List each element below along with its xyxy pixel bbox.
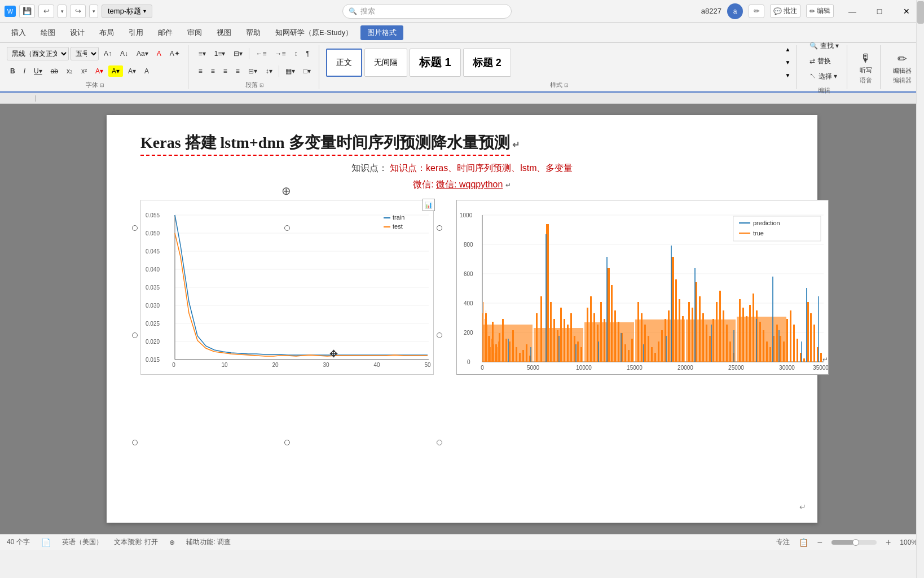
svg-rect-176 [575,344,577,362]
dictation-button[interactable]: 🎙 听写 [856,50,875,73]
doc-title[interactable]: temp-标题 ▾ [102,5,152,18]
menu-zhiwang[interactable]: 知网研学（原E-Study） [269,25,359,40]
border-button[interactable]: □▾ [300,65,314,77]
numbering-button[interactable]: 1≡▾ [211,48,229,59]
menu-references[interactable]: 引用 [122,25,150,40]
minimize-button[interactable]: — [839,2,865,20]
change-case-button[interactable]: Aa▾ [133,48,152,59]
menu-layout[interactable]: 布局 [93,25,121,40]
menu-draw[interactable]: 绘图 [34,25,62,40]
focus-button[interactable]: 专注 [776,537,790,547]
scroll-bar[interactable] [916,104,924,534]
menu-design[interactable]: 设计 [63,25,91,40]
svg-rect-138 [726,325,728,362]
char-border-button[interactable]: A [141,65,152,77]
handle-ml[interactable] [132,332,138,338]
svg-rect-135 [716,302,718,362]
style-heading2[interactable]: 标题 2 [463,49,511,77]
svg-rect-144 [746,316,747,362]
accessibility[interactable]: 辅助功能: 调查 [186,537,231,547]
page-icon: 📄 [41,538,51,547]
replace-button[interactable]: ⇄ 替换 [806,55,842,68]
handle-br[interactable] [437,440,442,445]
pen-icon[interactable]: ✏ [749,5,764,18]
font-family-select[interactable]: 黑线（西文正文） [7,47,69,60]
svg-text:0.020: 0.020 [146,339,160,345]
svg-text:800: 800 [464,242,473,248]
ribbon-edit-button[interactable]: ✏ 编辑 [806,5,834,17]
find-button[interactable]: 🔍 查找 ▾ [806,40,842,52]
zoom-in-button[interactable]: + [886,537,891,548]
subscript-button[interactable]: x₂ [63,65,76,77]
undo-dropdown[interactable]: ▾ [58,5,67,18]
style-no-space[interactable]: 无间隔 [364,49,407,77]
svg-rect-175 [558,336,560,362]
redo-dropdown[interactable]: ▾ [89,5,98,18]
search-area: 🔍 搜索 [157,4,697,19]
zoom-slider[interactable] [831,540,877,545]
justify-button[interactable]: ≡ [232,65,243,77]
show-para-button[interactable]: ¶ [302,48,313,59]
highlight-button[interactable]: A▾ [108,65,123,77]
decrease-font-button[interactable]: A↓ [117,48,131,59]
chinese-sort-button[interactable]: ↕ [291,48,301,59]
menu-insert[interactable]: 插入 [5,25,33,40]
line-spacing-button[interactable]: ↕▾ [262,65,276,77]
redo-button[interactable]: ↪ [70,5,86,18]
select-button[interactable]: ↖ 选择 ▾ [806,70,842,83]
search-bar[interactable]: 🔍 搜索 [342,4,512,19]
align-center-button[interactable]: ≡ [208,65,218,77]
page-end-mark: ↵ [799,502,806,511]
para-controls-row2: ≡ ≡ ≡ ≡ ⊟▾ ↕▾ ▦▾ □▾ [195,63,314,80]
svg-rect-70 [492,322,494,362]
svg-rect-74 [505,339,507,362]
font-shading-button[interactable]: A▾ [125,65,139,77]
font-size-select[interactable]: 五号 [71,47,99,60]
menu-review[interactable]: 审阅 [181,25,209,40]
editor-button[interactable]: ✏ 编辑器 [890,50,915,73]
handle-bm[interactable] [284,440,290,445]
styles-group-expand[interactable]: ⊡ [564,82,569,88]
superscript-button[interactable]: x² [78,65,90,77]
align-left-button[interactable]: ≡ [195,65,206,77]
maximize-button[interactable]: □ [866,2,892,20]
menu-help[interactable]: 帮助 [239,25,267,40]
handle-tl[interactable] [132,225,138,231]
doc-weixin: 微信: 微信: wqqpython ↵ [140,179,784,191]
zoom-handle[interactable] [852,539,859,546]
strikethrough-button[interactable]: ab [47,65,61,77]
style-normal[interactable]: 正文 [326,49,362,77]
page-layout-button[interactable]: 📋 [799,538,808,547]
multilevel-button[interactable]: ⊟▾ [230,48,246,59]
shading-button[interactable]: ▦▾ [282,65,298,77]
comment-button[interactable]: 💬 批注 [770,5,800,17]
font-group-expand[interactable]: ⊡ [100,82,104,88]
search-icon: 🔍 [349,7,357,15]
zoom-out-button[interactable]: − [817,537,822,548]
chart-icon-button[interactable]: 📊 [423,199,435,211]
para-group-expand[interactable]: ⊡ [259,82,264,88]
ribbon-group-find: 🔍 查找 ▾ ⇄ 替换 ↖ 选择 ▾ 编辑 [802,45,847,89]
handle-bl[interactable] [132,440,138,445]
columns-button[interactable]: ⊟▾ [245,65,261,77]
increase-font-button[interactable]: A↑ [100,48,115,59]
increase-indent-button[interactable]: →≡ [271,48,289,59]
save-button[interactable]: 💾 [19,5,35,18]
menu-mail[interactable]: 邮件 [151,25,179,40]
bullets-button[interactable]: ≡▾ [195,48,209,59]
align-right-button[interactable]: ≡ [220,65,231,77]
undo-button[interactable]: ↩ [38,5,54,18]
text-prediction[interactable]: 文本预测: 打开 [114,537,159,547]
decrease-indent-button[interactable]: ←≡ [252,48,270,59]
clear-format-button[interactable]: A [153,48,165,59]
svg-rect-89 [560,308,562,362]
italic-button[interactable]: I [20,65,29,77]
style-heading1[interactable]: 标题 1 [410,49,461,77]
underline-button[interactable]: U▾ [30,65,46,77]
menu-picture-format[interactable]: 图片格式 [360,25,403,40]
styles-scroll[interactable]: ▲ ▼ ▼ [783,45,792,80]
font-color-button[interactable]: A▾ [92,65,107,77]
bold-button[interactable]: B [7,65,19,77]
menu-view[interactable]: 视图 [210,25,238,40]
text-effects-button[interactable]: A✦ [166,48,183,59]
